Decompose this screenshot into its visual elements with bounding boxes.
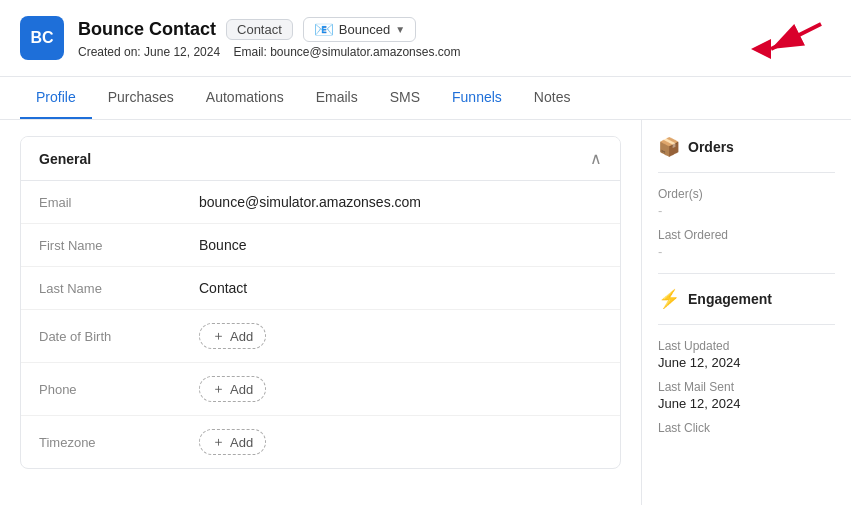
last-ordered-field: Last Ordered -	[658, 228, 835, 259]
field-label-first-name: First Name	[39, 238, 199, 253]
field-dob: Date of Birth ＋ Add	[21, 310, 620, 363]
add-phone-label: Add	[230, 382, 253, 397]
add-dob-icon: ＋	[212, 327, 225, 345]
add-timezone-label: Add	[230, 435, 253, 450]
arrow-annotation	[741, 14, 831, 62]
add-dob-label: Add	[230, 329, 253, 344]
engagement-title: Engagement	[688, 291, 772, 307]
last-mail-sent-label: Last Mail Sent	[658, 380, 835, 394]
add-timezone-button[interactable]: ＋ Add	[199, 429, 266, 455]
tab-sms[interactable]: SMS	[374, 77, 436, 119]
last-updated-field: Last Updated June 12, 2024	[658, 339, 835, 370]
orders-count-value: -	[658, 203, 835, 218]
field-value-first-name: Bounce	[199, 237, 246, 253]
page-header: BC Bounce Contact Contact 📧 Bounced ▼ Cr…	[0, 0, 851, 77]
svg-marker-1	[751, 39, 771, 59]
tab-funnels[interactable]: Funnels	[436, 77, 518, 119]
engagement-inner-divider	[658, 324, 835, 325]
field-first-name: First Name Bounce	[21, 224, 620, 267]
contact-name: Bounce Contact	[78, 19, 216, 40]
engagement-icon: ⚡	[658, 288, 680, 310]
email-label: Email:	[233, 45, 266, 59]
header-email: bounce@simulator.amazonses.com	[270, 45, 460, 59]
orders-count-label: Order(s)	[658, 187, 835, 201]
field-label-dob: Date of Birth	[39, 329, 199, 344]
collapse-icon[interactable]: ∧	[590, 149, 602, 168]
last-ordered-label: Last Ordered	[658, 228, 835, 242]
tab-emails[interactable]: Emails	[300, 77, 374, 119]
bounced-label: Bounced	[339, 22, 390, 37]
field-value-last-name: Contact	[199, 280, 247, 296]
bounced-badge-button[interactable]: 📧 Bounced ▼	[303, 17, 416, 42]
field-label-email: Email	[39, 195, 199, 210]
created-label: Created on:	[78, 45, 141, 59]
tab-notes[interactable]: Notes	[518, 77, 587, 119]
created-date: June 12, 2024	[144, 45, 220, 59]
main-layout: General ∧ Email bounce@simulator.amazons…	[0, 120, 851, 505]
left-panel: General ∧ Email bounce@simulator.amazons…	[0, 120, 641, 505]
contact-type-badge: Contact	[226, 19, 293, 40]
last-click-label: Last Click	[658, 421, 835, 435]
add-dob-button[interactable]: ＋ Add	[199, 323, 266, 349]
field-email: Email bounce@simulator.amazonses.com	[21, 181, 620, 224]
engagement-divider	[658, 273, 835, 274]
field-label-phone: Phone	[39, 382, 199, 397]
tabs-bar: Profile Purchases Automations Emails SMS…	[0, 77, 851, 120]
engagement-section-title: ⚡ Engagement	[658, 288, 835, 310]
last-mail-sent-value: June 12, 2024	[658, 396, 835, 411]
orders-title: Orders	[688, 139, 734, 155]
field-timezone: Timezone ＋ Add	[21, 416, 620, 468]
last-updated-label: Last Updated	[658, 339, 835, 353]
engagement-section: ⚡ Engagement Last Updated June 12, 2024 …	[658, 288, 835, 435]
orders-divider	[658, 172, 835, 173]
tab-automations[interactable]: Automations	[190, 77, 300, 119]
header-info: Bounce Contact Contact 📧 Bounced ▼ Creat…	[78, 17, 460, 59]
right-panel: 📦 Orders Order(s) - Last Ordered - ⚡ Eng…	[641, 120, 851, 505]
last-mail-sent-field: Last Mail Sent June 12, 2024	[658, 380, 835, 411]
orders-section-title: 📦 Orders	[658, 136, 835, 158]
tab-purchases[interactable]: Purchases	[92, 77, 190, 119]
orders-icon: 📦	[658, 136, 680, 158]
field-last-name: Last Name Contact	[21, 267, 620, 310]
tab-profile[interactable]: Profile	[20, 77, 92, 119]
general-section: General ∧ Email bounce@simulator.amazons…	[20, 136, 621, 469]
field-label-last-name: Last Name	[39, 281, 199, 296]
chevron-down-icon: ▼	[395, 24, 405, 35]
last-updated-value: June 12, 2024	[658, 355, 835, 370]
red-arrow-icon	[741, 14, 831, 59]
orders-count-field: Order(s) -	[658, 187, 835, 218]
header-subtitle: Created on: June 12, 2024 Email: bounce@…	[78, 45, 460, 59]
section-title: General	[39, 151, 91, 167]
field-phone: Phone ＋ Add	[21, 363, 620, 416]
add-timezone-icon: ＋	[212, 433, 225, 451]
last-ordered-value: -	[658, 244, 835, 259]
field-value-email: bounce@simulator.amazonses.com	[199, 194, 421, 210]
avatar: BC	[20, 16, 64, 60]
last-click-field: Last Click	[658, 421, 835, 435]
header-title: Bounce Contact Contact 📧 Bounced ▼	[78, 17, 460, 42]
add-phone-button[interactable]: ＋ Add	[199, 376, 266, 402]
bounced-icon: 📧	[314, 20, 334, 39]
add-phone-icon: ＋	[212, 380, 225, 398]
section-header: General ∧	[21, 137, 620, 181]
field-label-timezone: Timezone	[39, 435, 199, 450]
